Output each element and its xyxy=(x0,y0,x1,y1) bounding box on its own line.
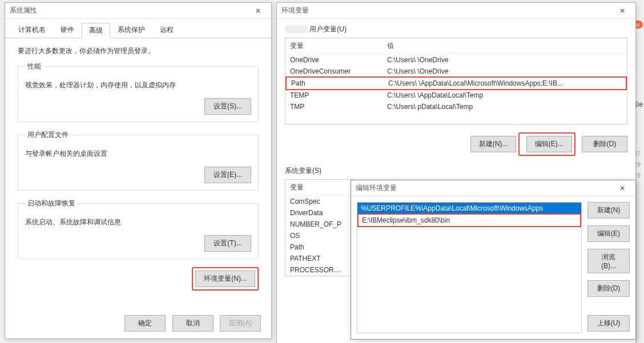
new-button[interactable]: 新建(N) xyxy=(587,202,630,219)
edit-env-var-dialog: 编辑环境变量 ✕ %USERPROFILE%\AppData\Local\Mic… xyxy=(351,180,636,340)
dialog-footer: 确定 取消 应用(A) xyxy=(5,308,271,338)
table-row[interactable]: OneDrive C:\Users\ \OneDrive xyxy=(285,54,627,66)
delete-button[interactable]: 删除(D) xyxy=(582,136,627,152)
user-profile-legend: 用户配置文件 xyxy=(25,130,71,140)
var-name: Path xyxy=(285,241,348,253)
cancel-button[interactable]: 取消 xyxy=(172,315,214,332)
system-properties-dialog: 系统属性 ✕ 计算机名 硬件 高级 系统保护 远程 要进行大多数更改，你必须作为… xyxy=(5,2,272,339)
var-value: C:\Users\ \AppData\Local\Microsoft\Windo… xyxy=(384,78,626,89)
path-list[interactable]: %USERPROFILE%\AppData\Local\Microsoft\Wi… xyxy=(357,202,582,333)
var-name: TEMP xyxy=(285,90,383,101)
delete-button[interactable]: 删除(D) xyxy=(587,280,630,297)
dialog-title: 编辑环境变量 xyxy=(356,183,614,193)
col-variable[interactable]: 变量 xyxy=(285,38,383,54)
startup-recovery-group: 启动和故障恢复 系统启动、系统故障和调试信息 设置(T)... xyxy=(18,199,259,259)
col-value[interactable]: 值 xyxy=(383,38,627,54)
table-row[interactable]: TEMP C:\Users\ \AppData\Local\Temp xyxy=(285,90,627,101)
tabs: 计算机名 硬件 高级 系统保护 远程 xyxy=(5,19,271,38)
titlebar: 系统属性 ✕ xyxy=(5,3,271,19)
var-name: OneDrive xyxy=(285,54,383,66)
user-vars-label: 用户变量(U) xyxy=(285,25,635,34)
var-name: PROCESSOR_AF xyxy=(285,264,348,276)
user-vars-table[interactable]: 变量 值 OneDrive C:\Users\ \OneDrive OneDri… xyxy=(285,38,627,124)
performance-settings-button[interactable]: 设置(S)... xyxy=(204,98,251,115)
var-name: OS xyxy=(285,230,348,241)
user-profile-group: 用户配置文件 与登录帐户相关的桌面设置 设置(E)... xyxy=(18,130,259,191)
table-row[interactable]: Path xyxy=(285,241,353,253)
side-buttons: 新建(N) 编辑(E) 浏览(B)... 删除(D) 上移(U) xyxy=(582,196,635,339)
table-row[interactable]: OS xyxy=(285,230,353,241)
admin-note: 要进行大多数更改，你必须作为管理员登录。 xyxy=(18,46,259,56)
edit-button[interactable]: 编辑(E)... xyxy=(526,136,572,152)
close-icon[interactable]: ✕ xyxy=(614,180,631,196)
col-variable[interactable]: 变量 xyxy=(285,180,348,195)
var-name: TMP xyxy=(285,101,383,112)
new-button[interactable]: 新建(N)... xyxy=(470,136,517,152)
environment-variables-button[interactable]: 环境变量(N)... xyxy=(195,271,255,287)
user-profile-settings-button[interactable]: 设置(E)... xyxy=(204,167,251,183)
table-row[interactable]: ComSpec xyxy=(285,196,353,207)
var-value: C:\Users\ \OneDrive xyxy=(383,66,627,77)
var-name: Path xyxy=(287,78,384,89)
performance-legend: 性能 xyxy=(25,62,43,71)
table-row[interactable]: PROCESSOR_AF xyxy=(285,264,353,276)
sys-vars-table[interactable]: 变量 ComSpec DriverData NUMBER_OF_P OS Pat… xyxy=(285,179,353,276)
table-row[interactable]: TMP C:\Users\ pData\Local\Temp xyxy=(285,101,627,112)
table-header: 变量 xyxy=(285,180,353,196)
startup-settings-button[interactable]: 设置(T)... xyxy=(204,235,251,252)
browse-button[interactable]: 浏览(B)... xyxy=(587,249,630,273)
var-name: NUMBER_OF_P xyxy=(285,219,348,230)
table-row[interactable]: OneDriveConsumer C:\Users\ \OneDrive xyxy=(285,66,627,77)
titlebar: 编辑环境变量 ✕ xyxy=(351,180,635,196)
close-icon[interactable]: ✕ xyxy=(614,3,631,19)
table-row[interactable]: DriverData xyxy=(285,207,353,219)
user-var-buttons: 新建(N)... 编辑(E)... 删除(D) xyxy=(277,124,635,160)
startup-legend: 启动和故障恢复 xyxy=(25,199,78,208)
startup-text: 系统启动、系统故障和调试信息 xyxy=(25,217,251,227)
dialog-title: 环境变量 xyxy=(281,6,614,15)
move-up-button[interactable]: 上移(U) xyxy=(587,315,630,332)
tab-computer-name[interactable]: 计算机名 xyxy=(11,22,53,38)
var-name: ComSpec xyxy=(285,196,348,207)
var-value: C:\Users\ pData\Local\Temp xyxy=(383,101,627,112)
table-row-path[interactable]: Path C:\Users\ \AppData\Local\Microsoft\… xyxy=(285,76,627,90)
tab-remote[interactable]: 远程 xyxy=(152,22,181,38)
table-row[interactable]: PATHEXT xyxy=(285,253,353,264)
var-value: C:\Users\ \OneDrive xyxy=(383,54,627,66)
list-item[interactable]: E:\IBMeclipse\ibm_sdk80\bin xyxy=(357,213,581,227)
var-name: PATHEXT xyxy=(285,253,348,264)
var-name: DriverData xyxy=(285,207,348,219)
titlebar: 环境变量 ✕ xyxy=(277,3,635,19)
close-icon[interactable]: ✕ xyxy=(249,3,267,19)
var-value: C:\Users\ \AppData\Local\Temp xyxy=(383,90,627,101)
user-profile-text: 与登录帐户相关的桌面设置 xyxy=(25,149,251,159)
performance-group: 性能 视觉效果，处理器计划，内存使用，以及虚拟内存 设置(S)... xyxy=(18,62,259,122)
panel-body: 要进行大多数更改，你必须作为管理员登录。 性能 视觉效果，处理器计划，内存使用，… xyxy=(5,38,271,298)
tab-hardware[interactable]: 硬件 xyxy=(53,22,82,38)
list-item[interactable]: %USERPROFILE%\AppData\Local\Microsoft\Wi… xyxy=(357,203,581,214)
tab-system-protection[interactable]: 系统保护 xyxy=(110,22,152,38)
ok-button[interactable]: 确定 xyxy=(124,315,166,332)
table-header: 变量 值 xyxy=(285,38,627,54)
edit-button[interactable]: 编辑(E) xyxy=(587,225,630,242)
apply-button[interactable]: 应用(A) xyxy=(220,315,261,332)
dialog-title: 系统属性 xyxy=(10,6,249,15)
table-row[interactable]: NUMBER_OF_P xyxy=(285,219,353,230)
var-name: OneDriveConsumer xyxy=(285,66,383,77)
tab-advanced[interactable]: 高级 xyxy=(82,23,110,38)
performance-text: 视觉效果，处理器计划，内存使用，以及虚拟内存 xyxy=(25,80,251,90)
sys-vars-label: 系统变量(S) xyxy=(285,166,635,176)
